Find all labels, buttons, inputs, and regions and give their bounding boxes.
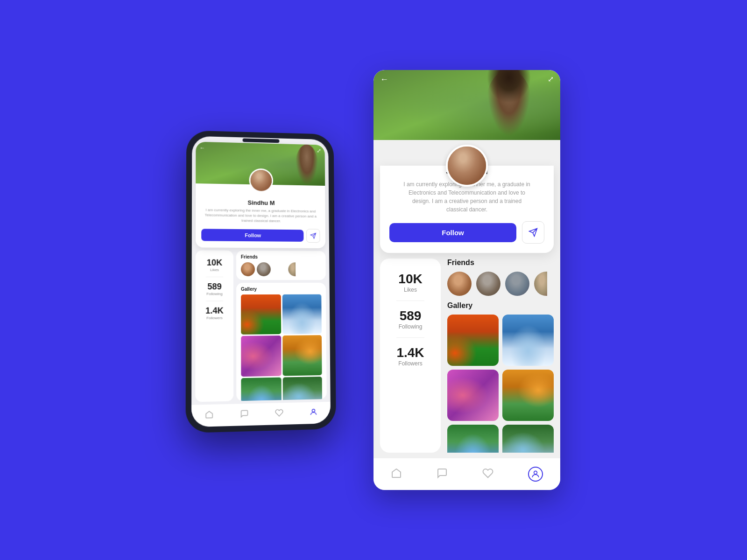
flat-cover-hair: [483, 70, 535, 107]
phone-avatar: [249, 168, 274, 193]
flat-profile-section: ← ⤢ Sindhu M I am currently exploring th…: [374, 70, 560, 253]
phone-nav-home[interactable]: [203, 408, 216, 423]
flat-gallery-item-5[interactable]: [447, 425, 499, 453]
flat-nav-chat[interactable]: [435, 466, 450, 483]
phone-bottom-nav: [191, 402, 331, 427]
friend-avatar-2: [257, 262, 271, 276]
flat-likes-number: 10K: [398, 272, 422, 287]
phone-profile-card: ← ⤢ Sindhu M I am currently exploring th…: [196, 142, 325, 248]
flat-following-label: Following: [399, 323, 423, 330]
flat-right-panel: Friends Gallery: [447, 259, 554, 453]
phone-mockup: ← ⤢ Sindhu M I am currently exploring th…: [186, 130, 336, 433]
flat-profile-icon: [531, 469, 540, 479]
flat-nav-heart[interactable]: [480, 466, 495, 483]
flat-avatar-face: [448, 147, 486, 185]
phone-likes-label: Likes: [207, 267, 222, 272]
flat-gallery-item-4[interactable]: [502, 370, 554, 421]
phone-nav-chat[interactable]: [238, 407, 250, 422]
avatar-face: [251, 170, 272, 191]
phone-friends-title: Friends: [241, 254, 321, 259]
send-icon: [310, 232, 317, 239]
flat-bottom-nav: [374, 458, 560, 490]
phone-divider-1: [206, 276, 223, 277]
flat-nav-home[interactable]: [389, 466, 404, 483]
scene: ← ⤢ Sindhu M I am currently exploring th…: [0, 0, 747, 560]
home-icon: [205, 410, 213, 419]
flat-chat-icon: [437, 468, 448, 479]
phone-stats-card: 10K Likes 589 Following 1.4K Followers: [195, 250, 233, 402]
phone-followers-label: Followers: [205, 315, 224, 320]
flat-friend-avatar-partial: [534, 272, 547, 296]
flat-friends-title: Friends: [447, 259, 554, 267]
phone-notch: [243, 138, 280, 143]
svg-point-1: [534, 471, 537, 474]
gallery-item-5[interactable]: [241, 377, 281, 401]
gallery-item-6[interactable]: [282, 377, 322, 401]
phone-following-label: Following: [206, 292, 222, 296]
flat-follow-button[interactable]: Follow: [389, 223, 516, 242]
phone-profile-name: Sindhu M: [201, 198, 320, 207]
flat-stats-card: 10K Likes 589 Following 1.4K Followers: [380, 259, 441, 453]
flat-friend-avatar-2: [476, 272, 500, 296]
expand-icon[interactable]: ⤢: [317, 147, 321, 154]
phone-profile-info: Sindhu M I am currently exploring the in…: [196, 198, 325, 248]
flat-gallery-item-1[interactable]: [447, 315, 499, 366]
svg-point-0: [312, 409, 315, 412]
flat-home-icon: [391, 468, 402, 479]
phone-nav-heart[interactable]: [273, 406, 285, 421]
flat-divider-1: [396, 301, 424, 301]
flat-profile-body: Sindhu M I am currently exploring the in…: [380, 166, 554, 253]
flat-gallery-item-3[interactable]: [447, 370, 499, 421]
flat-friends-row: [447, 272, 554, 296]
phone-right-panel: Friends Gallery: [236, 250, 327, 401]
flat-friend-avatar-1: [447, 272, 472, 296]
flat-followers-number: 1.4K: [396, 345, 424, 360]
flat-avatar: [446, 145, 488, 187]
phone-divider-2: [206, 301, 223, 301]
phone-stat-following: 589 Following: [206, 282, 222, 296]
flat-friends-section: Friends: [447, 259, 554, 296]
flat-gallery-item-2[interactable]: [502, 315, 554, 366]
phone-message-button[interactable]: [306, 229, 320, 243]
flat-gallery-section: Gallery: [447, 301, 554, 453]
phone-gallery-grid: [241, 294, 323, 401]
flat-nav-profile[interactable]: [526, 465, 545, 483]
chat-icon: [240, 409, 248, 418]
flat-screen: ← ⤢ Sindhu M I am currently exploring th…: [374, 70, 560, 490]
cover-figure: [296, 144, 318, 186]
profile-icon: [310, 408, 318, 417]
flat-following-number: 589: [399, 308, 423, 323]
flat-stat-followers: 1.4K Followers: [396, 345, 424, 367]
phone-stat-likes: 10K Likes: [207, 258, 222, 272]
flat-back-icon[interactable]: ←: [380, 75, 388, 84]
phone-likes-number: 10K: [207, 258, 222, 267]
phone-screen: ← ⤢ Sindhu M I am currently exploring th…: [191, 136, 331, 427]
phone-avatar-container: [249, 168, 274, 193]
flat-followers-label: Followers: [396, 360, 424, 367]
flat-expand-icon[interactable]: ⤢: [548, 75, 554, 84]
phone-content-area: 10K Likes 589 Following 1.4K Followers: [191, 247, 331, 405]
phone-profile-actions: Follow: [201, 228, 320, 248]
phone-nav-profile[interactable]: [308, 406, 320, 420]
friend-avatar-partial: [288, 262, 296, 276]
phone-friends-row: [241, 262, 321, 276]
flat-divider-2: [396, 337, 424, 338]
phone-follow-button[interactable]: Follow: [201, 229, 303, 242]
flat-gallery-title: Gallery: [447, 301, 554, 310]
phone-gallery-section: Gallery: [236, 282, 327, 401]
flat-gallery-grid: [447, 315, 554, 453]
flat-gallery-item-6[interactable]: [502, 425, 554, 453]
flat-stat-likes: 10K Likes: [398, 272, 422, 293]
gallery-item-1[interactable]: [241, 294, 281, 334]
back-icon[interactable]: ←: [199, 145, 205, 151]
phone-friends-section: Friends: [236, 250, 326, 280]
flat-send-icon: [529, 228, 538, 237]
flat-message-button[interactable]: [522, 221, 544, 244]
flat-avatar-container: [446, 145, 488, 187]
flat-likes-label: Likes: [398, 287, 422, 293]
gallery-item-4[interactable]: [282, 335, 322, 376]
gallery-item-3[interactable]: [241, 336, 281, 377]
gallery-item-2[interactable]: [282, 294, 322, 334]
flat-stat-following: 589 Following: [399, 308, 423, 330]
flat-content-area: 10K Likes 589 Following 1.4K Followers: [374, 253, 560, 458]
